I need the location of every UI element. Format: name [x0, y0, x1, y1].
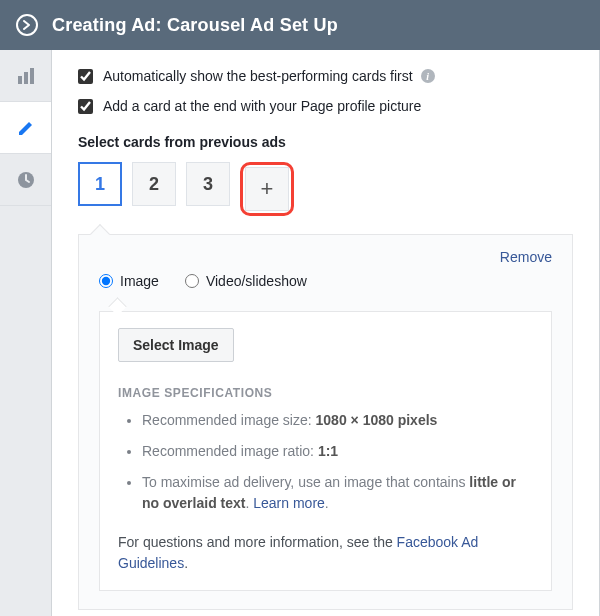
- spec-text: To maximise ad delivery, use an image th…: [142, 474, 469, 490]
- spec-item-overlay: To maximise ad delivery, use an image th…: [142, 472, 533, 514]
- card-tabs: 1 2 3 +: [78, 162, 573, 216]
- footer-text: For questions and more information, see …: [118, 534, 397, 550]
- sidebar-item-edit[interactable]: [0, 102, 51, 154]
- card-tab-3[interactable]: 3: [186, 162, 230, 206]
- radio-video[interactable]: Video/slideshow: [185, 273, 307, 289]
- radio-label: Video/slideshow: [206, 273, 307, 289]
- sidebar-item-analytics[interactable]: [0, 50, 51, 102]
- svg-rect-0: [18, 76, 22, 84]
- spec-item-size: Recommended image size: 1080 × 1080 pixe…: [142, 410, 533, 431]
- spec-heading: IMAGE SPECIFICATIONS: [118, 386, 533, 400]
- highlight-add-card: +: [240, 162, 294, 216]
- card-tab-1[interactable]: 1: [78, 162, 122, 206]
- header-bar: Creating Ad: Carousel Ad Set Up: [0, 0, 600, 50]
- spec-item-ratio: Recommended image ratio: 1:1: [142, 441, 533, 462]
- checkbox-label: Automatically show the best-performing c…: [103, 68, 413, 84]
- clock-icon: [16, 170, 36, 190]
- body: Automatically show the best-performing c…: [0, 50, 600, 616]
- plus-icon: +: [261, 176, 274, 202]
- spec-value: 1:1: [318, 443, 338, 459]
- card-editor-panel: Remove Image Video/slideshow Select Imag…: [78, 234, 573, 610]
- info-icon[interactable]: i: [421, 69, 435, 83]
- radio-input[interactable]: [185, 274, 199, 288]
- panel-pointer: [90, 224, 110, 244]
- svg-rect-2: [30, 68, 34, 84]
- svg-rect-1: [24, 72, 28, 84]
- card-tab-2[interactable]: 2: [132, 162, 176, 206]
- remove-card-link[interactable]: Remove: [500, 249, 552, 265]
- checkbox-input[interactable]: [78, 69, 93, 84]
- bar-chart-icon: [16, 66, 36, 86]
- radio-image[interactable]: Image: [99, 273, 159, 289]
- footer-note: For questions and more information, see …: [118, 532, 533, 574]
- add-card-button[interactable]: +: [245, 167, 289, 211]
- spec-text: Recommended image size:: [142, 412, 316, 428]
- spec-list: Recommended image size: 1080 × 1080 pixe…: [118, 410, 533, 514]
- radio-input[interactable]: [99, 274, 113, 288]
- checkbox-end-card[interactable]: Add a card at the end with your Page pro…: [78, 98, 573, 114]
- select-image-button[interactable]: Select Image: [118, 328, 234, 362]
- image-settings: Select Image IMAGE SPECIFICATIONS Recomm…: [99, 311, 552, 591]
- checkbox-best-performing[interactable]: Automatically show the best-performing c…: [78, 68, 573, 84]
- sidebar: [0, 50, 52, 616]
- checkbox-label: Add a card at the end with your Page pro…: [103, 98, 421, 114]
- footer-text: .: [184, 555, 188, 571]
- spec-value: 1080 × 1080 pixels: [316, 412, 438, 428]
- media-type-group: Image Video/slideshow: [99, 273, 552, 289]
- learn-more-link[interactable]: Learn more: [253, 495, 325, 511]
- sidebar-item-history[interactable]: [0, 154, 51, 206]
- spec-text: Recommended image ratio:: [142, 443, 318, 459]
- chevron-right-circle-icon[interactable]: [16, 14, 38, 36]
- checkbox-input[interactable]: [78, 99, 93, 114]
- page-title: Creating Ad: Carousel Ad Set Up: [52, 15, 338, 36]
- section-label-select-cards: Select cards from previous ads: [78, 134, 573, 150]
- pencil-icon: [17, 119, 35, 137]
- main-content: Automatically show the best-performing c…: [52, 50, 599, 616]
- subpanel-pointer: [99, 301, 552, 311]
- radio-label: Image: [120, 273, 159, 289]
